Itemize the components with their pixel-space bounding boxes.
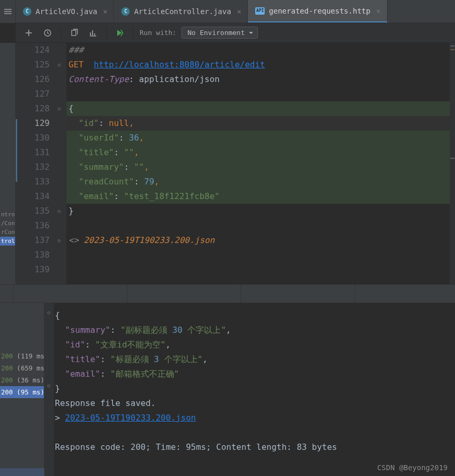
line-gutter[interactable]: 124 125▶ 126 127 128 129 130 131 132 133…: [16, 43, 55, 284]
json-val: "test_18f1221fcb8e": [124, 191, 220, 201]
editor-tabs: C ArticleVO.java × C ArticleController.j…: [16, 0, 455, 23]
json-val: 79: [144, 177, 154, 187]
tab-article-vo[interactable]: C ArticleVO.java ×: [16, 0, 114, 22]
hamburger-icon: [4, 11, 12, 12]
run-with-label: Run with:: [140, 29, 176, 37]
resp-val: "文章id不能为空": [95, 340, 166, 350]
json-brace: }: [55, 384, 60, 393]
response-file-link[interactable]: 2023-05-19T190233.200.json: [65, 413, 196, 423]
json-val: "": [134, 162, 144, 172]
strip-item[interactable]: ntrol: [0, 210, 15, 219]
line-number: 126: [16, 72, 50, 87]
line-number: 133: [16, 175, 50, 189]
history-item[interactable]: 200 (95 ms): [0, 386, 44, 398]
json-val: "": [124, 147, 134, 157]
watermark: CSDN @Beyong2019: [377, 463, 448, 472]
fold-icon[interactable]: ⊖: [58, 106, 61, 112]
resp-key: "title": [65, 354, 100, 364]
json-val: null: [109, 118, 129, 128]
response-saved-msg: Response file saved.: [55, 398, 156, 408]
fold-icon[interactable]: ⊖: [47, 309, 51, 316]
resp-key: "id": [65, 340, 85, 350]
response-gutter: ⊖ ⊖: [44, 303, 54, 476]
tab-label: ArticleController.java: [134, 7, 231, 16]
code-text: ###: [69, 45, 84, 55]
line-number: 127: [16, 87, 50, 101]
history-button[interactable]: [41, 27, 54, 39]
resp-val: "邮箱格式不正确": [110, 369, 179, 379]
line-number: 124: [16, 43, 50, 57]
line-number: 125▶: [16, 57, 50, 72]
http-toolbar: Run with: No Environment: [16, 23, 455, 43]
copy-button[interactable]: [67, 27, 81, 39]
close-icon[interactable]: ×: [376, 7, 380, 15]
json-key: "readCount": [78, 177, 134, 187]
fold-gutter[interactable]: ⊖ ⊖ ⊖ ⊖: [55, 43, 66, 284]
strip-item[interactable]: rCon: [0, 228, 15, 237]
code-editor: ntrol /Con rCon trolle 124 125▶ 126 127 …: [0, 43, 455, 284]
response-body[interactable]: { "summary": "副标题必须 30 个字以上", "id": "文章i…: [54, 303, 455, 476]
json-key: "title": [78, 147, 113, 157]
svg-rect-1: [72, 30, 76, 36]
response-panel: 200 (119 ms) 200 (659 ms) 200 (36 ms) 20…: [0, 303, 455, 476]
line-number: 137: [16, 233, 50, 248]
json-key: "userId": [78, 133, 119, 143]
environment-select[interactable]: No Environment: [181, 27, 258, 39]
header-name: Content-Type: [69, 74, 129, 84]
line-number: 131: [16, 145, 50, 160]
history-item[interactable]: 200 (119 ms): [0, 350, 44, 362]
json-key: "email": [78, 191, 113, 201]
history-item[interactable]: 200 (659 ms): [0, 362, 44, 374]
line-number: 135: [16, 204, 50, 218]
resp-key: "summary": [65, 325, 110, 335]
header-value: application/json: [139, 74, 220, 84]
fold-icon[interactable]: ⊖: [58, 62, 61, 68]
http-file-icon: API: [255, 7, 265, 15]
history-item[interactable]: 200 (36 ms): [0, 374, 44, 386]
http-method: GET: [69, 60, 84, 69]
json-val: 36: [129, 133, 139, 143]
environment-value: No Environment: [187, 29, 245, 37]
line-number: 129: [16, 116, 50, 131]
tab-generated-requests[interactable]: API generated-requests.http ×: [248, 0, 387, 22]
request-history[interactable]: 200 (119 ms) 200 (659 ms) 200 (36 ms) 20…: [0, 303, 44, 476]
resp-key: "email": [65, 369, 100, 379]
line-number: 132: [16, 160, 50, 175]
http-url[interactable]: http://localhost:8080/article/edit: [94, 60, 265, 69]
line-number: 139: [16, 262, 50, 277]
java-class-icon: C: [121, 7, 130, 16]
stats-button[interactable]: [86, 27, 100, 39]
line-number: 136: [16, 218, 50, 233]
add-request-button[interactable]: [22, 27, 36, 39]
strip-item[interactable]: /Con: [0, 219, 15, 228]
strip-item[interactable]: trolle: [0, 237, 15, 246]
json-brace: {: [69, 103, 74, 113]
json-key: "id": [78, 118, 99, 128]
code-content[interactable]: ### GET http://localhost:8080/article/ed…: [66, 43, 455, 284]
structure-strip[interactable]: ntrol /Con rCon trolle: [0, 43, 16, 284]
tool-window-handle[interactable]: [0, 0, 16, 23]
response-footer: Response code: 200; Time: 95ms; Content …: [55, 442, 337, 452]
json-brace: {: [55, 310, 60, 320]
line-number: 134: [16, 189, 50, 204]
line-number: 130: [16, 131, 50, 145]
java-class-icon: C: [23, 7, 31, 16]
close-icon[interactable]: ×: [237, 7, 241, 16]
editor-status-bar: [0, 284, 455, 303]
tab-label: ArticleVO.java: [36, 7, 97, 16]
scroll-marker-bar[interactable]: [450, 43, 455, 284]
resp-prefix: <>: [69, 235, 84, 245]
json-key: "summary": [78, 162, 124, 172]
resp-file[interactable]: 2023-05-19T190233.200.json: [84, 235, 214, 245]
line-number: 128: [16, 101, 50, 116]
run-all-button[interactable]: [113, 27, 127, 39]
fold-icon[interactable]: ⊖: [58, 208, 61, 215]
fold-icon[interactable]: ⊖: [47, 382, 51, 389]
tab-label: generated-requests.http: [269, 7, 370, 15]
close-icon[interactable]: ×: [103, 7, 107, 16]
tab-article-controller[interactable]: C ArticleController.java ×: [114, 0, 248, 22]
line-number: 138: [16, 248, 50, 262]
json-brace: }: [69, 206, 74, 216]
fold-icon[interactable]: ⊖: [58, 237, 61, 244]
history-scrollbar[interactable]: [0, 468, 44, 476]
